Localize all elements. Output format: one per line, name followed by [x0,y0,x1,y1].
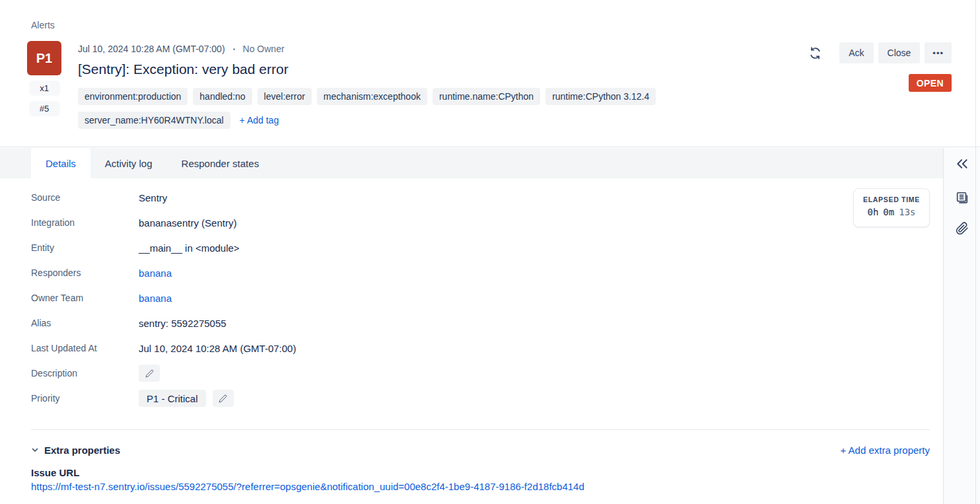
refresh-icon [809,47,822,59]
tab-responder-states[interactable]: Responder states [167,148,274,178]
section-divider [31,429,930,430]
priority-badge: P1 [27,41,61,75]
attachments-panel-button[interactable] [953,219,971,238]
priority-value-wrap: P1 - Critical [139,390,930,407]
field-value: Jul 10, 2024 10:28 AM (GMT-07:00) [139,343,930,354]
field-row-alias: Alias sentry: 5592275055 [31,313,930,333]
alert-count-badge: x1 [29,81,60,96]
field-row-priority: Priority P1 - Critical [31,388,930,408]
paperclip-icon [956,222,969,235]
field-label: Entity [31,242,139,253]
tag-list: environment:production handled:no level:… [78,88,745,129]
alert-timestamp: Jul 10, 2024 10:28 AM (GMT-07:00) [78,44,225,54]
alert-meta-row: Jul 10, 2024 10:28 AM (GMT-07:00) No Own… [78,42,745,55]
field-value: Sentry [139,192,930,203]
close-button[interactable]: Close [878,42,921,63]
field-row-owner-team: Owner Team banana [31,288,930,308]
field-label: Priority [31,393,139,404]
extra-properties-toggle[interactable]: Extra properties [31,445,120,456]
field-value: sentry: 5592275055 [139,318,930,329]
edit-priority-button[interactable] [213,390,234,407]
field-label: Source [31,192,139,203]
field-label: Integration [31,217,139,228]
status-badge: OPEN [909,74,952,92]
elapsed-time-card: ELAPSED TIME 0h 0m 13s [853,188,930,227]
alert-detail-page: Alerts P1 x1 #5 Jul 10, 2024 10:28 AM (G… [0,0,980,504]
field-row-entity: Entity __main__ in <module> [31,238,930,258]
collapse-panel-button[interactable] [953,155,971,173]
field-value: bananasentry (Sentry) [139,217,930,229]
tag-chip[interactable]: runtime.name:CPython [433,88,540,105]
elapsed-time-values: 0h 0m 13s [854,207,929,217]
tag-chip[interactable]: server_name:HY60R4WTNY.local [78,112,230,129]
field-row-integration: Integration bananasentry (Sentry) [31,213,930,233]
elapsed-minutes: 0m [883,207,894,217]
panel-edge-divider [975,0,976,504]
chevron-down-icon [31,446,39,454]
more-actions-button[interactable]: ••• [925,42,952,63]
notes-icon [955,191,969,205]
tab-activity-log[interactable]: Activity log [90,148,167,178]
field-row-source: Source Sentry [31,188,930,207]
tag-row: server_name:HY60R4WTNY.local + Add tag [78,112,745,129]
tab-details[interactable]: Details [31,148,90,178]
elapsed-hours: 0h [867,207,878,217]
owner-team-link[interactable]: banana [139,293,172,304]
add-extra-property-button[interactable]: + Add extra property [841,445,930,456]
tag-chip[interactable]: level:error [258,88,312,105]
field-label: Last Updated At [31,343,139,353]
edit-description-button[interactable] [139,365,160,382]
field-row-last-updated: Last Updated At Jul 10, 2024 10:28 AM (G… [31,338,930,358]
alert-title: [Sentry]: Exception: very bad error [78,59,745,79]
alert-head-main: Jul 10, 2024 10:28 AM (GMT-07:00) No Own… [78,42,745,129]
add-tag-button[interactable]: + Add tag [240,115,279,126]
field-value: __main__ in <module> [139,242,930,254]
priority-badges: P1 x1 #5 [27,41,61,116]
pencil-icon [219,394,227,403]
ack-button[interactable]: Ack [839,42,873,63]
dot-separator-icon [233,48,235,50]
elapsed-seconds: 13s [899,207,915,217]
issue-url-label: Issue URL [31,467,930,478]
double-chevron-left-icon [956,159,969,169]
elapsed-time-title: ELAPSED TIME [854,196,929,203]
field-label: Owner Team [31,293,139,303]
issue-url-link[interactable]: https://mf-test-n7.sentry.io/issues/5592… [31,481,584,492]
details-panel: Source Sentry Integration bananasentry (… [0,178,943,504]
tag-chip[interactable]: mechanism:excepthook [317,88,427,105]
extra-properties-title: Extra properties [44,445,120,456]
refresh-button[interactable] [807,45,823,61]
field-label: Alias [31,318,139,328]
tag-chip[interactable]: handled:no [193,88,252,105]
field-label: Responders [31,268,139,278]
alert-owner: No Owner [243,44,285,54]
header-actions: Ack Close ••• [807,42,952,63]
pencil-icon [145,369,154,378]
tab-bar: Details Activity log Responder states [0,148,943,178]
notes-panel-button[interactable] [953,189,971,207]
field-label: Description [31,368,139,378]
alert-tiny-id-badge: #5 [29,101,60,116]
more-icon: ••• [932,48,944,58]
tag-chip[interactable]: environment:production [78,88,188,105]
responders-link[interactable]: banana [139,268,172,279]
breadcrumb[interactable]: Alerts [31,20,55,30]
field-row-responders: Responders banana [31,263,930,283]
tag-row: environment:production handled:no level:… [78,88,745,105]
field-row-description: Description [31,363,930,383]
alert-header: Alerts P1 x1 #5 Jul 10, 2024 10:28 AM (G… [0,0,980,147]
extra-properties-header: Extra properties + Add extra property [31,442,930,458]
priority-chip: P1 - Critical [139,390,206,407]
tag-chip[interactable]: runtime:CPython 3.12.4 [545,88,656,105]
right-rail [943,148,980,504]
